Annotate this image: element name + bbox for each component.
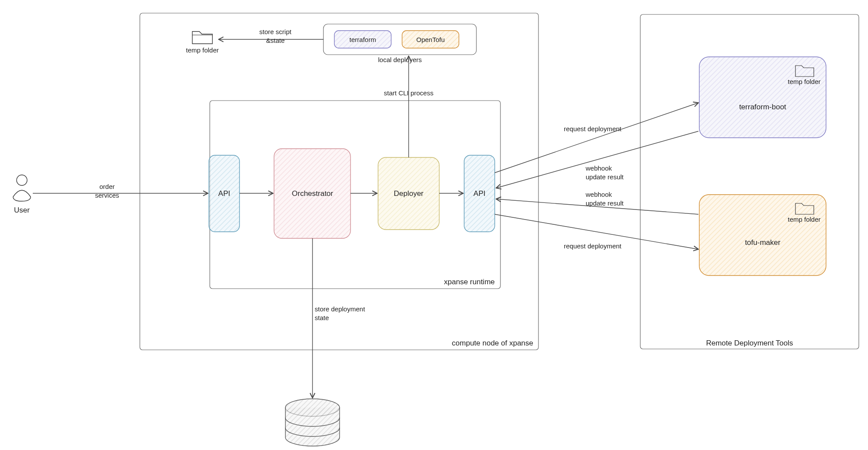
node-orchestrator-label: Orchestrator (292, 189, 333, 198)
group-local-deployers-label: local deployers (378, 56, 422, 63)
node-deployer-label: Deployer (394, 189, 424, 198)
node-api-right-label: API (473, 189, 485, 198)
edge-request-deployment-1 (495, 103, 698, 173)
edge-start-cli-label: start CLI process (384, 89, 433, 97)
temp-folder-local-label: temp folder (186, 46, 219, 54)
edge-request-deployment-1-label: request deployment (564, 125, 622, 133)
node-tofu-maker: temp folder tofu-maker (699, 195, 826, 276)
edge-webhook-2-label2: update result (586, 199, 624, 207)
terraform-boot-temp-label: temp folder (788, 78, 820, 85)
node-terraform-boot: temp folder terraform-boot (699, 57, 826, 138)
edge-webhook-1-label1: webhook (585, 164, 612, 172)
svg-rect-27 (699, 195, 826, 276)
node-api-left-label: API (218, 189, 230, 198)
node-tofu-maker-label: tofu-maker (745, 238, 781, 247)
node-terraform: terraform (334, 31, 391, 48)
node-terraform-label: terraform (350, 36, 376, 43)
database-icon (285, 399, 340, 446)
node-api-right: API (464, 155, 495, 232)
edge-webhook-1-label2: update result (586, 173, 624, 181)
edge-webhook-2-label1: webhook (585, 191, 612, 198)
edge-store-script-label1: store script (259, 28, 292, 35)
temp-folder-local: temp folder (186, 31, 219, 54)
node-api-left: API (209, 155, 240, 232)
svg-rect-25 (699, 57, 826, 138)
node-deployer: Deployer (378, 157, 439, 230)
group-remote-tools-label: Remote Deployment Tools (706, 339, 793, 347)
node-orchestrator: Orchestrator (274, 149, 351, 238)
group-xpanse-runtime-label: xpanse runtime (444, 278, 495, 286)
user-actor (13, 175, 31, 201)
group-xpanse-runtime (210, 101, 500, 289)
edge-store-state-label2: state (315, 314, 329, 321)
edge-store-script-label2: &state (266, 37, 285, 44)
node-opentofu-label: OpenTofu (416, 36, 444, 43)
edge-request-deployment-2-label: request deployment (564, 242, 622, 250)
group-compute-node-label: compute node of xpanse (452, 339, 533, 347)
folder-icon (192, 31, 212, 44)
edge-order-services-label2: services (95, 192, 119, 199)
edge-store-state-label1: store deployment (315, 305, 365, 313)
node-opentofu: OpenTofu (402, 31, 459, 48)
node-terraform-boot-label: terraform-boot (739, 103, 786, 111)
user-label: User (14, 206, 30, 214)
edge-order-services-label1: order (99, 183, 115, 190)
tofu-maker-temp-label: temp folder (788, 216, 820, 223)
svg-point-12 (17, 175, 27, 185)
